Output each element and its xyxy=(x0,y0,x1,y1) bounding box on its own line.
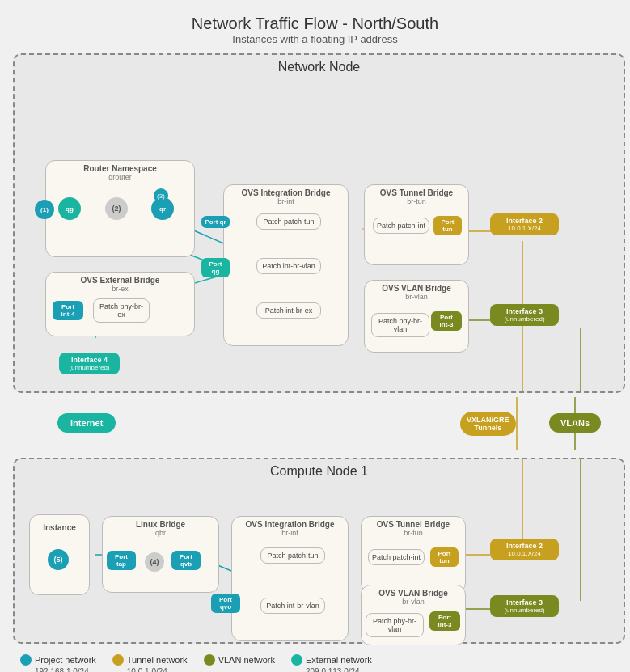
legend-name-external: External network xyxy=(306,655,372,665)
patch-int-br-vlan-nn: Patch int-br-vlan xyxy=(256,258,321,274)
router-namespace-box: Router Namespace qrouter qg (2) qr (1) (… xyxy=(45,160,195,257)
patch-phy-br-ex: Patch phy-br-ex xyxy=(93,298,150,323)
patch-int-br-ex-nn: Patch int-br-ex xyxy=(256,302,321,319)
legend-external: External network 209.0.113.0/24 xyxy=(291,654,372,672)
iface2-label-cn: Interface 2 xyxy=(494,542,555,550)
ovs-tun-title-nn: OVS Tunnel Bridge xyxy=(365,185,468,198)
ovs-tun-subtitle-cn: br-tun xyxy=(362,529,465,537)
iface2-label-nn: Interface 2 xyxy=(494,217,555,225)
legend-detail-project: 192.168.1.0/24 xyxy=(35,667,89,672)
instance-num-circle: (5) xyxy=(48,549,69,570)
iface3-sublabel-nn: (unnumbered) xyxy=(494,315,555,323)
iface3-label-nn: Interface 3 xyxy=(494,307,555,315)
patch-patch-int-nn: Patch patch-int xyxy=(373,218,429,234)
iface3-label-cn: Interface 3 xyxy=(494,598,555,606)
iface2-sublabel-cn: 10.0.1.X/24 xyxy=(494,550,555,557)
ovs-ext-bridge-box: OVS External Bridge br-ex Port int-4 Pat… xyxy=(45,272,195,336)
ovs-tun-subtitle-nn: br-tun xyxy=(365,197,468,205)
router-ns-subtitle: qrouter xyxy=(46,173,194,181)
ovs-vlan-title-cn: OVS VLAN Bridge xyxy=(362,585,465,598)
patch-phy-br-vlan-cn: Patch phy-br-vlan xyxy=(366,613,424,637)
ovs-int-subtitle-nn: br-int xyxy=(224,197,348,205)
iface4-sublabel: (unnumbered) xyxy=(63,364,116,371)
ovs-int-bridge-cn: OVS Integration Bridge br-int Patch patc… xyxy=(231,516,349,641)
ovs-int-title-nn: OVS Integration Bridge xyxy=(224,185,348,198)
ovs-tun-bridge-cn: OVS Tunnel Bridge br-tun Patch patch-int… xyxy=(361,516,466,593)
network-node-title: Network Node xyxy=(15,55,624,78)
port-tap: Port tap xyxy=(107,551,136,570)
compute-node-box: Compute Node 1 Instance (5) xyxy=(13,458,625,644)
legend-name-tunnel: Tunnel network xyxy=(127,655,188,665)
page-subtitle: Instances with a floating IP address xyxy=(8,33,622,45)
num3-circle: (3) xyxy=(154,188,168,203)
legend-dot-tunnel xyxy=(112,654,124,666)
ovs-vlan-subtitle-cn: br-vlan xyxy=(362,598,465,606)
patch-patch-tun-cn: Patch patch-tun xyxy=(260,547,325,564)
ovs-vlan-subtitle-nn: br-vlan xyxy=(365,293,468,301)
router-ns-title: Router Namespace xyxy=(46,161,194,174)
num1-circle: (1) xyxy=(35,200,54,219)
page-title: Network Traffic Flow - North/South xyxy=(8,15,622,33)
iface4-box: Interface 4 (unnumbered) xyxy=(59,353,120,374)
legend-project: Project network 192.168.1.0/24 xyxy=(20,654,96,672)
page-wrapper: Network Traffic Flow - North/South Insta… xyxy=(0,0,630,672)
middle-svg xyxy=(9,397,621,450)
legend-name-vlan: VLAN network xyxy=(218,655,275,665)
legend-dot-external xyxy=(291,654,302,666)
port-int4: Port int-4 xyxy=(53,301,83,320)
ovs-int-title-cn: OVS Integration Bridge xyxy=(232,517,348,530)
ovs-ext-subtitle: br-ex xyxy=(46,285,194,293)
linux-bridge-title: Linux Bridge xyxy=(103,517,218,530)
iface3-nn: Interface 3 (unnumbered) xyxy=(490,304,559,326)
patch-patch-tun-nn: Patch patch-tun xyxy=(256,213,321,230)
middle-area: Internet VXLAN/GRE Tunnels VLANs xyxy=(9,397,621,450)
port-qvb: Port qvb xyxy=(171,551,201,570)
ovs-tun-bridge-nn: OVS Tunnel Bridge br-tun Patch patch-int… xyxy=(364,184,469,265)
legend-dot-vlan xyxy=(204,654,215,666)
linux-bridge-box: Linux Bridge qbr Port tap (4) Port qvb xyxy=(102,516,219,593)
legend-tunnel: Tunnel network 10.0.1.0/24 xyxy=(112,654,188,672)
port-qr-nn: Port qr xyxy=(201,216,230,228)
legend-dot-project xyxy=(20,654,32,666)
network-node-box: Network Node xyxy=(13,53,625,393)
ovs-int-bridge-box-nn: OVS Integration Bridge br-int Patch patc… xyxy=(223,184,349,346)
patch-int-br-vlan-cn: Patch int-br-vlan xyxy=(260,598,325,614)
port-int3-nn: Port int-3 xyxy=(431,311,462,331)
ovs-vlan-bridge-nn: OVS VLAN Bridge br-vlan Patch phy-br-vla… xyxy=(364,280,469,353)
patch-phy-br-vlan-nn: Patch phy-br-vlan xyxy=(371,313,429,337)
iface3-cn: Interface 3 (unnumbered) xyxy=(490,595,559,617)
ovs-tun-title-cn: OVS Tunnel Bridge xyxy=(362,517,465,530)
port-qvo: Port qvo xyxy=(211,594,240,613)
ovs-vlan-bridge-cn: OVS VLAN Bridge br-vlan Patch phy-br-vla… xyxy=(361,585,466,645)
legend-detail-tunnel: 10.0.1.0/24 xyxy=(127,667,167,672)
legend-name-project: Project network xyxy=(35,655,96,665)
qg-port: qg xyxy=(58,197,81,220)
port-int3-cn: Port int-3 xyxy=(429,611,460,631)
iface2-nn: Interface 2 10.0.1.X/24 xyxy=(490,213,559,235)
legend: Project network 192.168.1.0/24 Tunnel ne… xyxy=(8,648,622,672)
diagram-area: Network Node xyxy=(9,53,621,644)
port-tun-cn: Port tun xyxy=(430,547,459,567)
legend-detail-external: 209.0.113.0/24 xyxy=(306,667,360,672)
ovs-int-subtitle-cn: br-int xyxy=(232,529,348,537)
compute-node-title: Compute Node 1 xyxy=(15,459,624,482)
legend-vlan: VLAN network xyxy=(204,654,275,666)
iface4-label: Interface 4 xyxy=(63,356,116,364)
port-tun-nn: Port tun xyxy=(433,216,462,235)
patch-patch-int-cn: Patch patch-int xyxy=(368,549,425,565)
port-qg-nn: Port qg xyxy=(201,258,230,277)
num4-circle: (4) xyxy=(145,552,164,572)
instance-title: Instance xyxy=(30,520,89,533)
iface2-cn: Interface 2 10.0.1.X/24 xyxy=(490,539,559,560)
linux-bridge-subtitle: qbr xyxy=(103,529,218,537)
num2-circle: (2) xyxy=(105,197,128,220)
ovs-ext-title: OVS External Bridge xyxy=(46,273,194,285)
ovs-vlan-title-nn: OVS VLAN Bridge xyxy=(365,281,468,294)
instance-box: Instance (5) xyxy=(29,514,90,595)
iface3-sublabel-cn: (unnumbered) xyxy=(494,606,555,614)
iface2-sublabel-nn: 10.0.1.X/24 xyxy=(494,225,555,232)
